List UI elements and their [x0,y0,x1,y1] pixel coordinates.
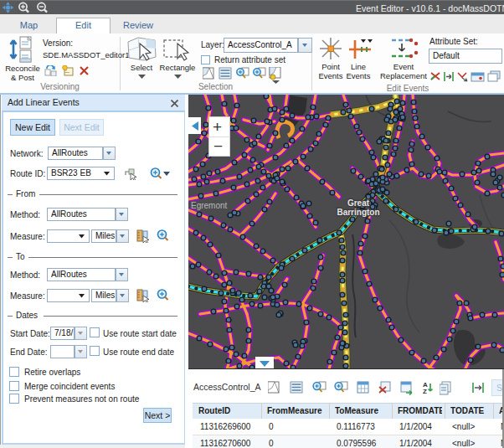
svg-text:Barrington: Barrington [337,208,379,217]
svg-text:Great: Great [347,198,370,208]
svg-text:Z: Z [423,388,427,395]
svg-text:Egremont: Egremont [191,201,228,210]
